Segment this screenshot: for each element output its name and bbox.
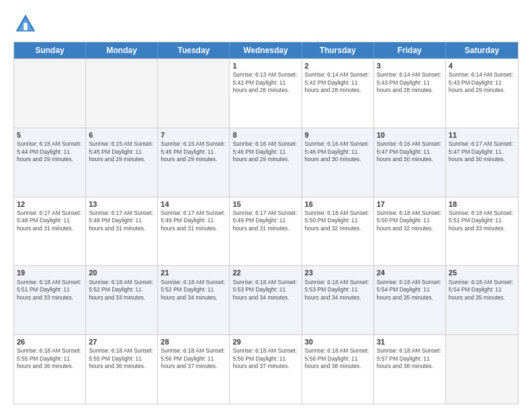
calendar: SundayMondayTuesdayWednesdayThursdayFrid… <box>13 42 519 404</box>
cell-day-number: 8 <box>232 130 298 140</box>
cell-day-number: 3 <box>377 61 443 71</box>
table-row: 18Sunrise: 6:18 AM Sunset: 5:51 PM Dayli… <box>446 197 518 266</box>
cell-info: Sunrise: 6:18 AM Sunset: 5:53 PM Dayligh… <box>232 279 298 302</box>
table-row: 24Sunrise: 6:18 AM Sunset: 5:54 PM Dayli… <box>374 266 446 334</box>
cell-info: Sunrise: 6:18 AM Sunset: 5:52 PM Dayligh… <box>161 279 226 302</box>
table-row: 23Sunrise: 6:18 AM Sunset: 5:53 PM Dayli… <box>302 266 374 334</box>
table-row: 2Sunrise: 6:14 AM Sunset: 5:42 PM Daylig… <box>302 59 374 128</box>
calendar-week-5: 26Sunrise: 6:18 AM Sunset: 5:55 PM Dayli… <box>14 334 518 404</box>
table-row: 19Sunrise: 6:18 AM Sunset: 5:51 PM Dayli… <box>14 266 86 334</box>
cell-info: Sunrise: 6:18 AM Sunset: 5:55 PM Dayligh… <box>89 347 154 370</box>
cell-info: Sunrise: 6:14 AM Sunset: 5:42 PM Dayligh… <box>305 71 371 94</box>
cell-day-number: 13 <box>89 199 154 209</box>
cell-info: Sunrise: 6:18 AM Sunset: 5:51 PM Dayligh… <box>449 210 515 232</box>
day-header-sunday: Sunday <box>14 42 86 58</box>
cell-day-number: 19 <box>17 268 83 277</box>
cell-day-number: 15 <box>232 199 298 209</box>
cell-info: Sunrise: 6:18 AM Sunset: 5:54 PM Dayligh… <box>377 279 443 302</box>
cell-day-number: 21 <box>161 268 226 277</box>
table-row: 16Sunrise: 6:18 AM Sunset: 5:50 PM Dayli… <box>302 197 374 266</box>
cell-day-number: 2 <box>305 61 371 71</box>
cell-day-number: 12 <box>17 199 83 209</box>
table-row: 22Sunrise: 6:18 AM Sunset: 5:53 PM Dayli… <box>230 266 302 334</box>
cell-info: Sunrise: 6:16 AM Sunset: 5:46 PM Dayligh… <box>232 140 298 163</box>
page: SundayMondayTuesdayWednesdayThursdayFrid… <box>0 0 532 411</box>
table-row <box>446 335 518 404</box>
day-header-friday: Friday <box>374 42 446 58</box>
table-row: 20Sunrise: 6:18 AM Sunset: 5:52 PM Dayli… <box>86 266 158 334</box>
table-row <box>14 59 86 128</box>
table-row: 25Sunrise: 6:18 AM Sunset: 5:54 PM Dayli… <box>446 266 518 334</box>
calendar-week-1: 1Sunrise: 6:13 AM Sunset: 5:42 PM Daylig… <box>14 58 518 128</box>
cell-info: Sunrise: 6:18 AM Sunset: 5:50 PM Dayligh… <box>377 210 443 232</box>
table-row: 31Sunrise: 6:18 AM Sunset: 5:57 PM Dayli… <box>374 335 446 404</box>
cell-day-number: 6 <box>89 130 154 140</box>
table-row: 1Sunrise: 6:13 AM Sunset: 5:42 PM Daylig… <box>230 59 302 128</box>
cell-info: Sunrise: 6:18 AM Sunset: 5:54 PM Dayligh… <box>449 279 515 302</box>
cell-day-number: 17 <box>377 199 443 209</box>
table-row: 12Sunrise: 6:17 AM Sunset: 5:48 PM Dayli… <box>14 197 86 266</box>
table-row: 29Sunrise: 6:18 AM Sunset: 5:56 PM Dayli… <box>230 335 302 404</box>
cell-day-number: 14 <box>161 199 226 209</box>
cell-info: Sunrise: 6:15 AM Sunset: 5:45 PM Dayligh… <box>161 140 226 163</box>
cell-info: Sunrise: 6:18 AM Sunset: 5:50 PM Dayligh… <box>305 210 371 232</box>
table-row: 21Sunrise: 6:18 AM Sunset: 5:52 PM Dayli… <box>158 266 230 334</box>
calendar-week-4: 19Sunrise: 6:18 AM Sunset: 5:51 PM Dayli… <box>14 265 518 334</box>
cell-info: Sunrise: 6:18 AM Sunset: 5:57 PM Dayligh… <box>377 347 443 370</box>
table-row: 17Sunrise: 6:18 AM Sunset: 5:50 PM Dayli… <box>374 197 446 266</box>
cell-info: Sunrise: 6:18 AM Sunset: 5:56 PM Dayligh… <box>232 347 298 370</box>
cell-info: Sunrise: 6:17 AM Sunset: 5:47 PM Dayligh… <box>449 140 515 163</box>
day-header-wednesday: Wednesday <box>230 42 302 58</box>
table-row: 28Sunrise: 6:18 AM Sunset: 5:56 PM Dayli… <box>158 335 230 404</box>
cell-day-number: 10 <box>377 130 443 140</box>
cell-info: Sunrise: 6:15 AM Sunset: 5:44 PM Dayligh… <box>17 140 83 163</box>
table-row: 11Sunrise: 6:17 AM Sunset: 5:47 PM Dayli… <box>446 128 518 197</box>
cell-info: Sunrise: 6:16 AM Sunset: 5:47 PM Dayligh… <box>377 140 443 163</box>
cell-info: Sunrise: 6:17 AM Sunset: 5:49 PM Dayligh… <box>232 210 298 232</box>
table-row: 30Sunrise: 6:18 AM Sunset: 5:56 PM Dayli… <box>302 335 374 404</box>
cell-info: Sunrise: 6:18 AM Sunset: 5:53 PM Dayligh… <box>305 279 371 302</box>
cell-day-number: 7 <box>161 130 226 140</box>
cell-day-number: 1 <box>232 61 298 71</box>
cell-info: Sunrise: 6:18 AM Sunset: 5:56 PM Dayligh… <box>305 347 371 370</box>
cell-day-number: 30 <box>305 337 371 347</box>
cell-info: Sunrise: 6:17 AM Sunset: 5:48 PM Dayligh… <box>17 210 83 232</box>
day-header-monday: Monday <box>86 42 158 58</box>
cell-day-number: 29 <box>232 337 298 347</box>
cell-day-number: 27 <box>89 337 154 347</box>
cell-info: Sunrise: 6:18 AM Sunset: 5:55 PM Dayligh… <box>17 347 83 370</box>
cell-day-number: 16 <box>305 199 371 209</box>
table-row: 3Sunrise: 6:14 AM Sunset: 5:43 PM Daylig… <box>374 59 446 128</box>
cell-day-number: 5 <box>17 130 83 140</box>
cell-day-number: 24 <box>377 268 443 277</box>
table-row: 5Sunrise: 6:15 AM Sunset: 5:44 PM Daylig… <box>14 128 86 197</box>
cell-day-number: 28 <box>161 337 226 347</box>
cell-day-number: 25 <box>449 268 515 277</box>
table-row: 10Sunrise: 6:16 AM Sunset: 5:47 PM Dayli… <box>374 128 446 197</box>
table-row <box>158 59 230 128</box>
cell-day-number: 22 <box>232 268 298 277</box>
table-row <box>86 59 158 128</box>
cell-info: Sunrise: 6:17 AM Sunset: 5:48 PM Dayligh… <box>89 210 154 232</box>
day-header-saturday: Saturday <box>446 42 518 58</box>
header <box>13 12 519 36</box>
cell-info: Sunrise: 6:15 AM Sunset: 5:45 PM Dayligh… <box>89 140 154 163</box>
table-row: 13Sunrise: 6:17 AM Sunset: 5:48 PM Dayli… <box>86 197 158 266</box>
cell-day-number: 23 <box>305 268 371 277</box>
table-row: 4Sunrise: 6:14 AM Sunset: 5:43 PM Daylig… <box>446 59 518 128</box>
table-row: 7Sunrise: 6:15 AM Sunset: 5:45 PM Daylig… <box>158 128 230 197</box>
table-row: 8Sunrise: 6:16 AM Sunset: 5:46 PM Daylig… <box>230 128 302 197</box>
table-row: 6Sunrise: 6:15 AM Sunset: 5:45 PM Daylig… <box>86 128 158 197</box>
cell-info: Sunrise: 6:14 AM Sunset: 5:43 PM Dayligh… <box>449 71 515 94</box>
cell-day-number: 11 <box>449 130 515 140</box>
table-row: 9Sunrise: 6:16 AM Sunset: 5:46 PM Daylig… <box>302 128 374 197</box>
calendar-week-2: 5Sunrise: 6:15 AM Sunset: 5:44 PM Daylig… <box>14 128 518 197</box>
cell-day-number: 20 <box>89 268 154 277</box>
calendar-header: SundayMondayTuesdayWednesdayThursdayFrid… <box>14 42 518 58</box>
cell-info: Sunrise: 6:16 AM Sunset: 5:46 PM Dayligh… <box>305 140 371 163</box>
table-row: 27Sunrise: 6:18 AM Sunset: 5:55 PM Dayli… <box>86 335 158 404</box>
table-row: 14Sunrise: 6:17 AM Sunset: 5:49 PM Dayli… <box>158 197 230 266</box>
cell-day-number: 4 <box>449 61 515 71</box>
cell-info: Sunrise: 6:13 AM Sunset: 5:42 PM Dayligh… <box>232 71 298 94</box>
cell-info: Sunrise: 6:18 AM Sunset: 5:51 PM Dayligh… <box>17 279 83 302</box>
